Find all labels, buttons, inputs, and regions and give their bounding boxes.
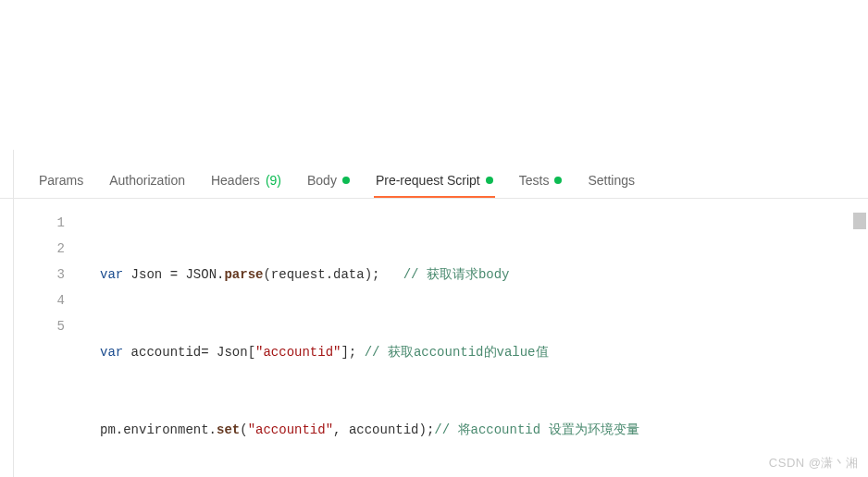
token-plain: (request.data); <box>263 267 403 282</box>
token-keyword: var <box>100 267 123 282</box>
code-editor[interactable]: 1 2 3 4 5 var Json = JSON.parse(request.… <box>0 204 868 477</box>
tab-label: Tests <box>519 173 550 188</box>
token-plain: pm.environment. <box>100 422 217 437</box>
tab-label: Body <box>307 173 337 188</box>
token-plain: ( <box>240 422 247 437</box>
token-comment: // 将accountid 设置为环境变量 <box>434 422 639 437</box>
tab-label: Authorization <box>109 173 185 188</box>
code-line: var accountid= Json["accountid"]; // 获取a… <box>100 339 868 365</box>
tab-label: Settings <box>588 173 635 188</box>
dot-icon <box>554 177 562 184</box>
line-number: 4 <box>0 287 65 313</box>
token-function: parse <box>224 267 263 282</box>
token-plain: Json = JSON. <box>123 267 224 282</box>
token-string: "accountid" <box>248 422 333 437</box>
dot-icon <box>486 177 493 184</box>
code-line: pm.environment.set("accountid", accounti… <box>100 417 868 443</box>
tab-settings[interactable]: Settings <box>586 164 637 197</box>
token-plain: accountid= Json[ <box>123 345 255 360</box>
token-comment: // 获取请求body <box>403 267 510 282</box>
code-line: var Json = JSON.parse(request.data); // … <box>100 262 868 287</box>
request-tabs: Params Authorization Headers (9) Body Pr… <box>0 162 868 199</box>
line-number: 2 <box>0 236 65 262</box>
line-number: 1 <box>0 210 65 236</box>
token-string: "accountid" <box>255 345 341 360</box>
tab-body[interactable]: Body <box>305 164 352 197</box>
tab-pre-request-script[interactable]: Pre-request Script <box>374 164 495 197</box>
tab-label: Headers <box>211 173 260 188</box>
scrollbar-thumb[interactable] <box>853 213 866 229</box>
dot-icon <box>342 177 350 184</box>
tab-tests[interactable]: Tests <box>517 164 564 197</box>
code-body[interactable]: var Json = JSON.parse(request.data); // … <box>85 204 868 477</box>
tab-params[interactable]: Params <box>37 164 85 197</box>
token-comment: // 获取accountid的value值 <box>365 345 549 360</box>
watermark: CSDN @潇丶湘 <box>769 455 859 471</box>
tab-label: Pre-request Script <box>376 173 480 188</box>
line-gutter: 1 2 3 4 5 <box>0 204 85 477</box>
tab-label: Params <box>39 173 83 188</box>
token-function: set <box>217 422 240 437</box>
token-plain: , accountid); <box>333 422 434 437</box>
tab-headers-count: (9) <box>266 173 281 188</box>
line-number: 3 <box>0 262 65 287</box>
token-plain: ]; <box>341 345 364 360</box>
tab-authorization[interactable]: Authorization <box>107 164 187 197</box>
token-keyword: var <box>100 345 123 360</box>
tab-headers[interactable]: Headers (9) <box>209 164 283 197</box>
line-number: 5 <box>0 313 65 339</box>
